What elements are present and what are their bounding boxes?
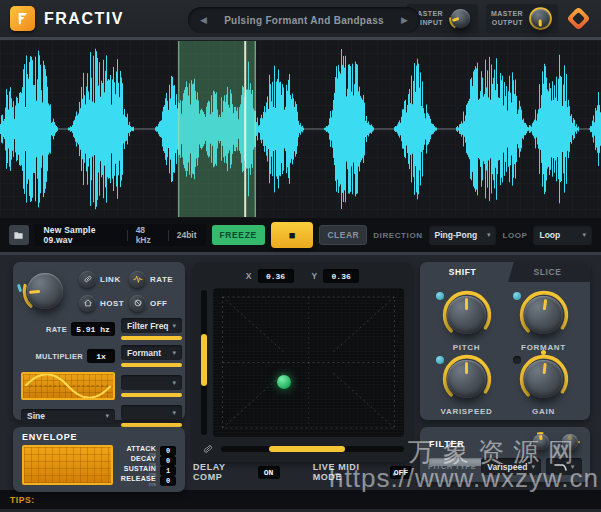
caret-down-icon: ▾ [173,409,177,417]
off-slash-icon [129,295,146,312]
y-label: Y [312,271,318,281]
filter-curve-icon [554,462,567,471]
pitch-knob-cell: PITCH [428,289,505,352]
multiplier-value[interactable]: 1x [87,349,115,363]
link-sliders-icon[interactable] [201,442,215,456]
waveform-display[interactable] [0,40,601,218]
app-title: FRACTIV [44,10,124,28]
live-midi-label: LIVE MIDI MODE [313,462,383,482]
file-name: New Sample 09.wav [44,225,119,245]
master-output-knob[interactable] [528,6,553,31]
formant-knob-cell: FORMANT [505,289,582,352]
pitch-type-label: PITCH TYPE [428,462,476,471]
main-area: MOD A MOD B MOD C [0,252,601,488]
mod-amount-slider-2[interactable] [121,363,182,367]
mod-rate-knob[interactable] [21,267,69,315]
loop-label: LOOP [502,231,527,240]
rate-mode-button[interactable]: RATE [129,271,177,288]
x-value[interactable]: 0.36 [258,269,294,283]
envelope-display[interactable] [22,445,113,485]
off-button[interactable]: OFF [129,295,177,312]
load-file-button[interactable] [9,225,29,245]
rate-value[interactable]: 5.91 hz [71,322,115,336]
filter-title: FILTER [429,439,465,449]
caret-down-icon: ▾ [487,231,491,239]
gain-knob[interactable] [518,353,570,405]
preset-prev-button[interactable]: ◀ [200,15,207,25]
rate-label: RATE [46,325,67,334]
preset-name[interactable]: Pulsing Formant And Bandpass [224,15,384,26]
clear-button[interactable]: CLEAR [319,225,367,245]
y-value[interactable]: 0.36 [323,269,359,283]
filter-res-knob[interactable] [559,431,581,453]
link-button[interactable]: LINK [79,271,127,288]
caret-down-icon: ▾ [531,463,535,471]
caret-down-icon: ▾ [173,379,177,387]
destination-dropdown-1[interactable]: Filter Freq ▾ [121,318,182,333]
caret-down-icon: ▾ [571,463,575,471]
release-value[interactable]: 0 [160,476,176,486]
lfo-shape-dropdown[interactable]: Sine ▾ [21,409,115,424]
destination-dropdown-4[interactable]: ▾ [121,405,182,420]
mod-panel: MOD A MOD B MOD C [13,262,185,420]
live-midi-toggle[interactable]: OFF [390,466,412,479]
tab-slice[interactable]: SLICE [505,262,590,282]
caret-down-icon: ▾ [173,322,177,330]
direction-dropdown[interactable]: Ping-Pong ▾ [429,225,497,245]
filter-panel: FILTER PITCH TYPE Varispeed [420,427,590,482]
mod-destination-3: ▾ [121,375,182,397]
master-output-group: MASTER OUTPUT [486,4,558,33]
pitch-type-dropdown[interactable]: Varispeed ▾ [481,458,541,475]
stop-icon: ■ [289,230,296,241]
stop-button[interactable]: ■ [271,222,314,248]
formant-knob[interactable] [518,289,570,341]
attack-value[interactable]: 0 [160,446,176,456]
caret-down-icon: ▾ [582,231,586,239]
decay-value[interactable]: 0 [160,456,176,466]
destination-dropdown-3[interactable]: ▾ [121,375,182,390]
mod-destination-1: Filter Freq ▾ [121,318,182,340]
gain-knob-cell: GAIN [505,353,582,416]
mod-amount-slider-3[interactable] [121,393,182,397]
brand-diamond-icon [566,6,590,30]
sustain-value[interactable]: 1 [160,466,176,476]
preset-selector: ◀ Pulsing Formant And Bandpass ▶ [188,7,420,33]
mod-destination-4: ▾ [121,405,182,427]
master-output-label: MASTER OUTPUT [491,10,523,28]
xy-pad[interactable] [213,288,404,437]
divider [127,230,128,241]
master-input-knob[interactable] [448,6,473,31]
divider [168,230,169,241]
filter-freq-knob[interactable] [530,431,552,453]
tab-shift[interactable]: SHIFT [420,262,505,282]
preset-next-button[interactable]: ▶ [401,15,408,25]
mod-amount-slider-1[interactable] [121,336,182,340]
pad-x-slider[interactable] [221,446,404,452]
caret-down-icon: ▾ [105,412,109,420]
app-logo-icon [10,6,35,31]
shift-tabs: SHIFT SLICE [420,262,590,282]
formant-mod-dot-icon [541,350,546,355]
destination-dropdown-2[interactable]: Formant ▾ [121,345,182,360]
delay-comp-label: DELAY COMP [193,462,251,482]
shift-panel: SHIFT SLICE PITCH [420,262,590,420]
fractiv-plugin-window: FRACTIV ◀ Pulsing Formant And Bandpass ▶… [0,0,601,512]
pad-options-row: DELAY COMP ON LIVE MIDI MODE OFF [193,462,412,482]
filter-type-dropdown[interactable]: ▾ [546,458,582,475]
pitch-knob[interactable] [441,289,493,341]
x-label: X [246,271,252,281]
host-sync-button[interactable]: HOST [79,295,127,312]
waveform-canvas[interactable] [0,40,601,218]
pad-y-slider[interactable] [201,290,207,435]
envelope-title: ENVELOPE [22,432,176,442]
delay-comp-toggle[interactable]: ON [258,466,280,479]
xy-ball[interactable] [277,375,291,389]
mod-destination-2: Formant ▾ [121,345,182,367]
tips-label: TIPS: [10,495,35,505]
freeze-button[interactable]: FREEZE [212,225,265,245]
file-info: New Sample 09.wav 48 kHz 24bit [35,224,206,246]
loop-dropdown[interactable]: Loop ▾ [533,225,592,245]
folder-icon [13,230,24,241]
varispeed-knob[interactable] [441,353,493,405]
transport-bar: New Sample 09.wav 48 kHz 24bit FREEZE ■ … [0,218,601,252]
